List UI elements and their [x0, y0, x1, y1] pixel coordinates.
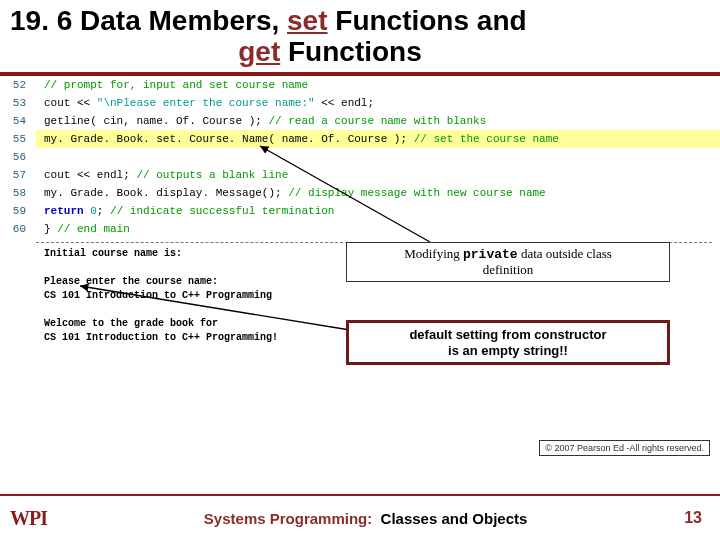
copyright-notice: © 2007 Pearson Ed -All rights reserved. [539, 440, 710, 456]
lineno: 57 [0, 166, 36, 184]
lineno: 60 [0, 220, 36, 238]
lineno: 53 [0, 94, 36, 112]
callout-text: is an empty string!! [448, 343, 568, 358]
title-get: get [238, 36, 280, 67]
callout-keyword: private [463, 247, 518, 262]
title-tail: Functions [280, 36, 422, 67]
wpi-logo: WPI [10, 507, 47, 530]
callout-private: Modifying private data outside class def… [346, 242, 670, 282]
callout-text: Modifying [404, 246, 463, 261]
title-set: set [287, 5, 327, 36]
code-line: } // end main [36, 220, 720, 238]
callout-default: default setting from constructor is an e… [346, 320, 670, 365]
code-line: // prompt for, input and set course name [44, 79, 308, 91]
code-listing: 52// prompt for, input and set course na… [0, 76, 720, 345]
lineno: 55 [0, 130, 36, 148]
page-number: 13 [684, 509, 702, 527]
lineno: 54 [0, 112, 36, 130]
code-line: cout << "\nPlease enter the course name:… [36, 94, 720, 112]
slide-title: 19. 6 Data Members, set Functions and ge… [0, 0, 720, 72]
code-line: my. Grade. Book. display. Message(); // … [36, 184, 720, 202]
callout-text: definition [483, 262, 534, 277]
lineno: 52 [0, 76, 36, 94]
lineno: 59 [0, 202, 36, 220]
lineno: 58 [0, 184, 36, 202]
callout-text: data outside class [518, 246, 612, 261]
callout-text: default setting from constructor [409, 327, 606, 342]
lineno: 56 [0, 148, 36, 166]
code-line: getline( cin, name. Of. Course ); // rea… [36, 112, 720, 130]
title-section: 19. 6 Data Members, [10, 5, 287, 36]
slide-footer: WPI Systems Programming: Classes and Obj… [0, 494, 720, 540]
code-line: return 0; // indicate successful termina… [36, 202, 720, 220]
footer-caption: Systems Programming: Classes and Objects [47, 510, 684, 527]
footer-text-a: Systems Programming: [204, 510, 372, 527]
title-mid: Functions and [328, 5, 527, 36]
footer-text-b: Classes and Objects [381, 510, 528, 527]
code-line-highlight: my. Grade. Book. set. Course. Name( name… [36, 130, 720, 148]
code-line: cout << endl; // outputs a blank line [36, 166, 720, 184]
